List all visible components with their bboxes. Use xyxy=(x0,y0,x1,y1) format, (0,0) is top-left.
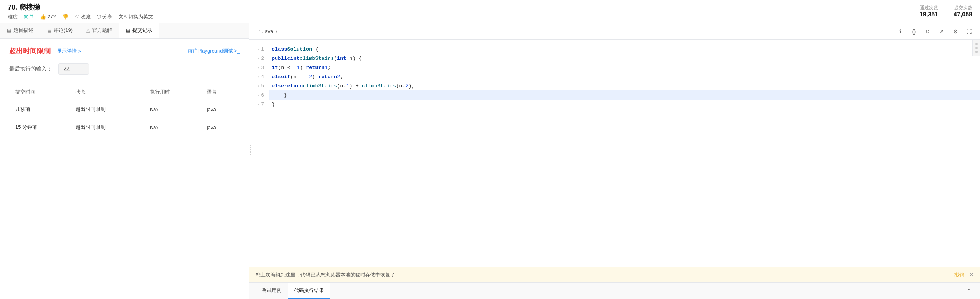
line-number: ▾5 xyxy=(249,81,269,90)
code-editor-area[interactable]: ▾1▾2▾3▾4▾5▾6▾7 class Solution { public i… xyxy=(249,40,980,267)
left-tab-bar: ▤ 题目描述 ▤ 评论(19) △ 官方题解 ▤ 提交记录 xyxy=(0,23,249,39)
code-line[interactable]: } xyxy=(269,90,980,100)
submit-count-value: 47,058 xyxy=(954,11,972,18)
cell-duration: N/A xyxy=(144,118,201,136)
cell-status[interactable]: 超出时间限制 xyxy=(69,100,144,118)
tab-testcase[interactable]: 测试用例 xyxy=(256,283,288,299)
like-button[interactable]: 👍 272 xyxy=(40,14,56,20)
bottom-expand-icon[interactable]: ⌃ xyxy=(965,286,974,296)
left-panel: ▤ 题目描述 ▤ 评论(19) △ 官方题解 ▤ 提交记录 超出时间限制 显示详… xyxy=(0,23,249,299)
code-line[interactable]: public int climbStairs(int n) { xyxy=(269,54,980,63)
reset-icon[interactable]: ↺ xyxy=(923,27,932,36)
undo-button[interactable]: 撤销 xyxy=(954,271,964,278)
code-lines[interactable]: class Solution { public int climbStairs(… xyxy=(269,40,980,267)
tle-status-label: 超出时间限制 xyxy=(9,46,51,56)
cell-duration: N/A xyxy=(144,100,201,118)
panel-divider[interactable] xyxy=(249,0,251,299)
last-input-value: 44 xyxy=(58,63,89,75)
code-line[interactable]: else return climbStairs(n-1) + climbStai… xyxy=(269,81,980,90)
divider-dot xyxy=(250,151,251,153)
line-number: ▾1 xyxy=(249,44,269,54)
collect-button[interactable]: ♡ 收藏 xyxy=(74,13,91,20)
last-input-row: 最后执行的输入： 44 xyxy=(9,63,240,75)
cell-lang: java xyxy=(201,118,240,136)
dislike-icon: 👎 xyxy=(62,14,68,20)
main-layout: ▤ 题目描述 ▤ 评论(19) △ 官方题解 ▤ 提交记录 超出时间限制 显示详… xyxy=(0,23,980,299)
tab-description[interactable]: ▤ 题目描述 xyxy=(0,23,40,38)
lang-icon: i xyxy=(259,29,260,34)
cell-lang: java xyxy=(201,100,240,118)
playground-link[interactable]: 前往Playground调试 >_ xyxy=(188,48,240,54)
tab-official[interactable]: △ 官方题解 xyxy=(79,23,119,38)
editor-toolbar-icons: ℹ {} ↺ ↗ ⚙ ⛶ xyxy=(896,27,974,36)
divider-dot xyxy=(250,149,251,150)
submit-count-label: 提交次数 xyxy=(954,5,972,11)
col-duration: 执行用时 xyxy=(144,84,201,100)
switch-lang-button[interactable]: 文A 切换为英文 xyxy=(119,13,153,20)
cell-time: 几秒前 xyxy=(9,100,69,118)
divider-dot xyxy=(250,147,251,148)
left-content: 超出时间限制 显示详情 > 前往Playground调试 >_ 最后执行的输入：… xyxy=(0,39,249,299)
settings-icon[interactable]: ⚙ xyxy=(951,27,960,36)
dislike-button[interactable]: 👎 xyxy=(62,14,68,20)
lang-label: Java xyxy=(262,28,274,34)
problem-info: 70. 爬楼梯 难度 简单 👍 272 👎 ♡ 收藏 ⬡ 分享 文A xyxy=(8,3,153,20)
code-line[interactable]: class Solution { xyxy=(269,44,980,54)
last-input-label: 最后执行的输入： xyxy=(9,66,52,72)
col-lang: 语言 xyxy=(201,84,240,100)
edge-dot xyxy=(975,43,978,45)
cell-status[interactable]: 超出时间限制 xyxy=(69,118,144,136)
status-header: 超出时间限制 显示详情 > 前往Playground调试 >_ xyxy=(9,46,240,56)
line-numbers: ▾1▾2▾3▾4▾5▾6▾7 xyxy=(249,40,269,267)
editor-toolbar: i Java ▾ ℹ {} ↺ ↗ ⚙ ⛶ xyxy=(249,23,980,40)
code-line[interactable]: } xyxy=(269,100,980,109)
pass-count-block: 通过次数 19,351 xyxy=(919,5,938,18)
expand-icon[interactable]: ↗ xyxy=(937,27,946,36)
tab-comments[interactable]: ▤ 评论(19) xyxy=(40,23,79,38)
show-detail-button[interactable]: 显示详情 > xyxy=(57,48,81,54)
share-icon: ⬡ xyxy=(97,14,101,20)
table-row: 15 分钟前 超出时间限制 N/A java xyxy=(9,118,240,136)
top-bar: 70. 爬楼梯 难度 简单 👍 272 👎 ♡ 收藏 ⬡ 分享 文A xyxy=(0,0,980,23)
notification-bar: 您上次编辑到这里，代码已从您浏览器本地的临时存储中恢复了 撤销 ✕ xyxy=(249,267,980,282)
divider-dot xyxy=(250,154,251,155)
problem-title: 70. 爬楼梯 xyxy=(8,3,153,12)
line-marker: ▾ xyxy=(257,57,259,60)
right-edge-bar xyxy=(972,40,980,56)
line-number: ▾6 xyxy=(249,90,269,100)
line-marker: ▾ xyxy=(257,75,259,79)
fullscreen-icon[interactable]: ⛶ xyxy=(965,27,974,36)
code-line[interactable]: else if(n == 2) return 2; xyxy=(269,72,980,81)
code-editor: ▾1▾2▾3▾4▾5▾6▾7 class Solution { public i… xyxy=(249,40,980,267)
like-icon: 👍 xyxy=(40,14,46,20)
close-notification-button[interactable]: ✕ xyxy=(969,271,974,278)
col-status: 状态 xyxy=(69,84,144,100)
pass-count-label: 通过次数 xyxy=(920,5,938,11)
submissions-icon: ▤ xyxy=(126,28,130,33)
cell-time: 15 分钟前 xyxy=(9,118,69,136)
share-button[interactable]: ⬡ 分享 xyxy=(97,13,112,20)
line-marker: ▾ xyxy=(257,84,259,88)
code-line[interactable]: if(n <= 1) return 1; xyxy=(269,63,980,72)
edge-dot xyxy=(975,47,978,49)
official-icon: △ xyxy=(86,28,90,33)
line-number: ▾3 xyxy=(249,63,269,72)
chevron-down-icon: ▾ xyxy=(276,29,277,33)
format-icon[interactable]: {} xyxy=(909,27,919,36)
tab-result[interactable]: 代码执行结果 xyxy=(288,283,330,299)
line-marker: ▾ xyxy=(257,48,259,51)
notification-text: 您上次编辑到这里，代码已从您浏览器本地的临时存储中恢复了 xyxy=(256,271,947,278)
col-time: 提交时间 xyxy=(9,84,69,100)
tab-submissions[interactable]: ▤ 提交记录 xyxy=(119,23,159,38)
problem-meta: 难度 简单 👍 272 👎 ♡ 收藏 ⬡ 分享 文A 切换为英文 xyxy=(8,13,153,20)
line-marker: ▾ xyxy=(257,66,259,69)
language-selector[interactable]: i Java ▾ xyxy=(256,27,280,36)
line-number: ▾2 xyxy=(249,54,269,63)
submissions-table: 提交时间 状态 执行用时 语言 几秒前 超出时间限制 N/A java 15 分… xyxy=(9,84,240,136)
right-panel: i Java ▾ ℹ {} ↺ ↗ ⚙ ⛶ ▾1▾2▾3▾4▾5▾6▾7 cla… xyxy=(249,23,980,299)
divider-dot xyxy=(250,145,251,146)
info-icon[interactable]: ℹ xyxy=(896,27,905,36)
difficulty-value: 简单 xyxy=(24,13,34,20)
comments-icon: ▤ xyxy=(47,28,51,33)
stats-area: 通过次数 19,351 提交次数 47,058 xyxy=(919,5,972,18)
